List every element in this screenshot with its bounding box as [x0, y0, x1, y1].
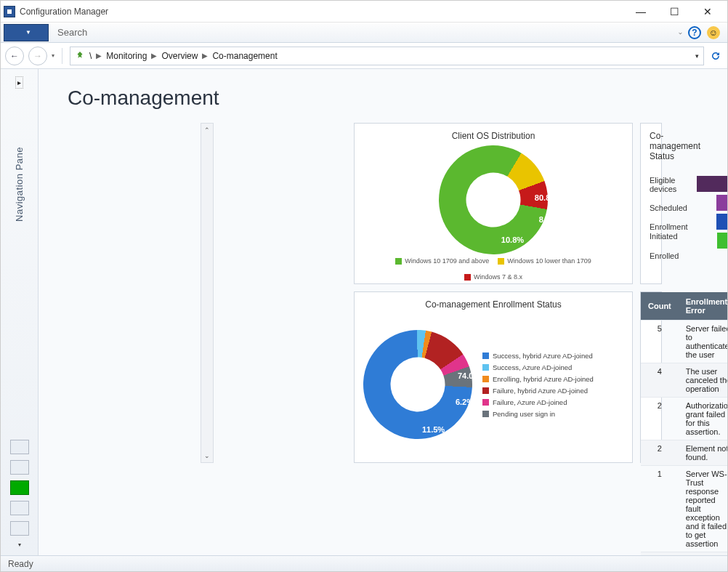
- window-title: Configuration Manager: [20, 7, 624, 17]
- body: ▸ Navigation Pane ▾ Co-management Client…: [1, 69, 727, 555]
- menubar: ▼ Search ⌵ ? ☺: [1, 23, 727, 43]
- scroll-track[interactable]: [201, 137, 213, 449]
- donut-chart-enroll: 74.0% 11.5% 6.2%: [360, 327, 475, 442]
- workspace-library-icon[interactable]: [10, 460, 29, 475]
- funnel-chart: 101757574: [697, 176, 727, 249]
- page-title: Co-management: [39, 69, 727, 123]
- workspace-admin-icon[interactable]: [10, 521, 29, 536]
- scroll-down-button[interactable]: ⌄: [201, 449, 213, 462]
- donut-label-red: 8.3%: [539, 215, 557, 224]
- breadcrumb[interactable]: \ ▶ Monitoring ▶ Overview ▶ Co-managemen…: [70, 47, 704, 65]
- pin-icon[interactable]: [75, 51, 85, 61]
- search-dropdown-icon[interactable]: ⌵: [679, 29, 682, 36]
- cell-error: Server failed to authenticate the user: [679, 321, 727, 363]
- close-button[interactable]: ✕: [691, 1, 724, 23]
- breadcrumb-dropdown-icon[interactable]: ▾: [695, 52, 699, 60]
- navigation-toolbar: ← → ▾ \ ▶ Monitoring ▶ Overview ▶ Co-man…: [1, 43, 727, 69]
- legend-label: Windows 10 lower than 1709: [507, 257, 591, 265]
- funnel-label: Scheduled: [650, 204, 688, 212]
- window-controls: — ☐ ✕: [624, 1, 724, 23]
- navigation-pane-label[interactable]: Navigation Pane: [14, 147, 25, 222]
- table-row[interactable]: 1Server WS-Trust response reported fault…: [641, 466, 727, 552]
- table-row[interactable]: 2Element not found.: [641, 440, 727, 466]
- nav-dropdown-icon[interactable]: ▾: [52, 52, 54, 59]
- titlebar: Configuration Manager — ☐ ✕: [1, 1, 727, 23]
- legend-label: Pending user sign in: [493, 410, 555, 418]
- funnel-bar: [697, 176, 727, 192]
- workspace-more-icon[interactable]: ▾: [18, 541, 21, 548]
- legend-enroll: Success, hybrid Azure AD-joinedSuccess, …: [482, 352, 594, 418]
- legend-label: Success, hybrid Azure AD-joined: [493, 352, 593, 360]
- refresh-button[interactable]: [708, 49, 723, 63]
- card-comanagement-status: Co-management Status Eligible devices Sc…: [640, 123, 662, 284]
- ribbon-dropdown-button[interactable]: ▼: [4, 24, 49, 41]
- help-icon[interactable]: ?: [688, 26, 701, 39]
- dashboard-grid: Client OS Distribution 80.8% 10.8% 8.3% …: [39, 123, 727, 555]
- chevron-right-icon: ▶: [151, 52, 157, 60]
- card-enrollment-errors: Count Enrollment Error 5Server failed to…: [640, 291, 662, 463]
- minimize-button[interactable]: —: [624, 1, 658, 23]
- funnel-label: Eligible devices: [650, 176, 688, 193]
- cell-count: 2: [641, 440, 679, 466]
- card-title: Co-management Enrollment Status: [363, 299, 623, 310]
- legend-label: Failure, hybrid Azure AD-joined: [493, 387, 588, 395]
- workspace-switcher: ▾: [10, 440, 29, 548]
- donut-chart-os: 80.8% 10.8% 8.3%: [430, 137, 557, 263]
- legend-label: Failure, Azure AD-joined: [493, 398, 567, 406]
- breadcrumb-seg-overview[interactable]: Overview: [161, 51, 198, 61]
- forward-button[interactable]: →: [28, 47, 47, 65]
- back-button[interactable]: ←: [5, 47, 24, 65]
- legend-label: Success, Azure AD-joined: [493, 363, 572, 371]
- error-table: Count Enrollment Error 5Server failed to…: [641, 292, 727, 555]
- feedback-icon[interactable]: ☺: [707, 26, 720, 39]
- card-title: Co-management Status: [650, 131, 652, 161]
- breadcrumb-seg-monitoring[interactable]: Monitoring: [106, 51, 147, 61]
- breadcrumb-root[interactable]: \: [89, 51, 92, 61]
- chevron-right-icon: ▶: [96, 52, 102, 60]
- card-enrollment-status: Co-management Enrollment Status 74.0% 11…: [354, 291, 633, 463]
- cell-count: 2: [641, 398, 679, 440]
- scroll-up-button[interactable]: ⌃: [201, 124, 213, 137]
- main-content: Co-management Client OS Distribution 80.…: [39, 69, 727, 555]
- donut-label-green: 80.8%: [535, 193, 557, 202]
- cell-error: Authorization grant failed for this asse…: [679, 398, 727, 440]
- search-input[interactable]: Search: [57, 27, 679, 38]
- cell-error: Element not found.: [679, 440, 727, 466]
- scrollbar-column: ⌃ ⌄: [68, 123, 347, 463]
- funnel-bar: [717, 233, 727, 249]
- cell-error: Server WS-Trust response reported fault …: [679, 466, 727, 552]
- donut-label-red: 11.5%: [422, 425, 445, 434]
- card-client-os-distribution: Client OS Distribution 80.8% 10.8% 8.3% …: [354, 123, 633, 284]
- workspace-compliance-icon[interactable]: [10, 501, 29, 515]
- legend-label: Enrolling, hybrid Azure AD-joined: [493, 375, 594, 383]
- donut-label-yellow: 10.8%: [501, 235, 524, 244]
- workspace-assets-icon[interactable]: [10, 440, 29, 454]
- legend-label: Windows 7 & 8.x: [474, 273, 522, 281]
- donut-label-blue: 74.0%: [458, 371, 480, 380]
- expand-pane-button[interactable]: ▸: [15, 76, 23, 89]
- navigation-pane: ▸ Navigation Pane ▾: [1, 69, 39, 555]
- chevron-right-icon: ▶: [202, 52, 208, 60]
- app-icon: [4, 6, 15, 17]
- column-header-error[interactable]: Enrollment Error: [679, 292, 727, 321]
- legend-label: Windows 10 1709 and above: [405, 257, 489, 265]
- funnel-bar: [716, 214, 727, 230]
- status-text: Ready: [8, 559, 33, 569]
- funnel-label: Enrolled: [650, 251, 688, 260]
- funnel-bar: [716, 195, 727, 211]
- workspace-monitoring-icon[interactable]: [10, 480, 29, 495]
- legend-os: Windows 10 1709 and above Windows 10 low…: [363, 257, 623, 281]
- cell-count: 4: [641, 363, 679, 398]
- status-bar: Ready: [1, 555, 727, 571]
- table-row[interactable]: 5Server failed to authenticate the user: [641, 321, 727, 363]
- table-row[interactable]: 4The user canceled the operation: [641, 363, 727, 398]
- maximize-button[interactable]: ☐: [658, 1, 691, 23]
- column-header-count[interactable]: Count: [641, 292, 679, 321]
- card-title: Client OS Distribution: [363, 131, 623, 141]
- breadcrumb-seg-comanagement[interactable]: Co-management: [212, 51, 277, 61]
- donut-label-grey: 6.2%: [456, 398, 474, 406]
- separator: [62, 48, 62, 64]
- cell-count: 1: [641, 466, 679, 552]
- cell-count: 5: [641, 321, 679, 363]
- table-row[interactable]: 2Authorization grant failed for this ass…: [641, 398, 727, 440]
